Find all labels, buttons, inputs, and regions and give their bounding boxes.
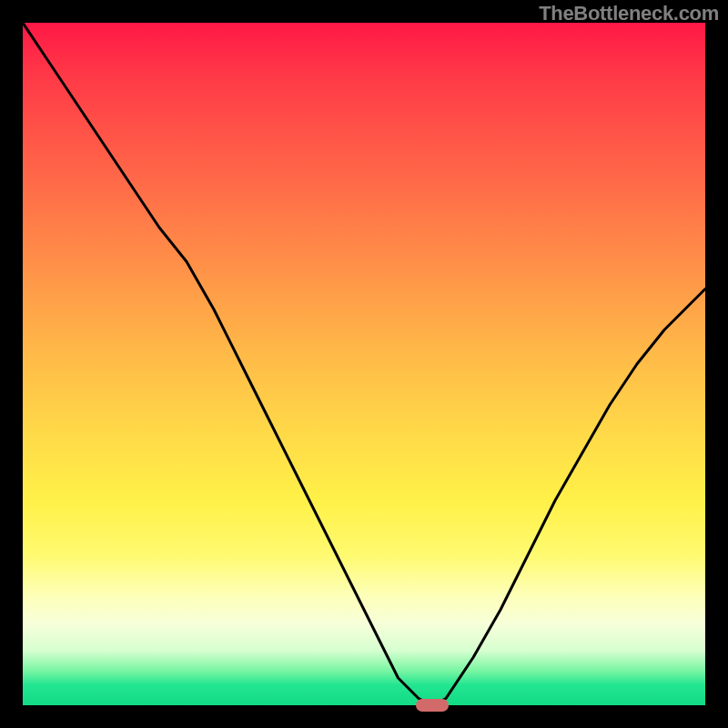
minimum-marker (416, 699, 449, 712)
chart-frame: TheBottleneck.com (0, 0, 728, 728)
plot-area (23, 23, 705, 705)
bottleneck-curve (23, 23, 705, 705)
